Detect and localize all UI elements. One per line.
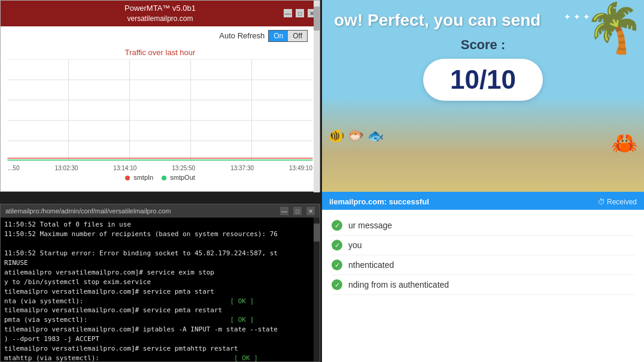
x-label-4: 13:37:30 <box>230 165 254 171</box>
toggle-on-button[interactable]: On <box>269 31 288 41</box>
window-scrollbar[interactable] <box>314 1 320 192</box>
chart-legend: smtpIn smtpOut <box>7 174 314 181</box>
terminal-line-9: tilemailpro versatilemailpro.com]# servi… <box>4 306 316 315</box>
x-label-0: ...50 <box>8 165 19 171</box>
chart-svg <box>7 59 314 161</box>
terminal-window: atilemailpro:/home/admin/conf/mail/versa… <box>0 204 320 362</box>
smtpin-dot <box>125 176 130 180</box>
legend-smtpout: smtpOut <box>162 174 195 181</box>
check-text-1: you <box>348 240 362 250</box>
terminal-line-12: ) --dport 1983 -j ACCEPT <box>4 334 316 344</box>
terminal-line-7: tilemailpro versatilemailpro.com]# servi… <box>4 287 316 297</box>
terminal-line-0: 11:50:52 Total of 0 files in use <box>4 220 316 230</box>
toggle-off-button[interactable]: Off <box>288 31 307 41</box>
game-panel: ✦ ✦ ✦ ow! Perfect, you can send Score : … <box>322 0 644 192</box>
scrollbar-thumb[interactable] <box>314 7 320 31</box>
powermta-titlebar: PowerMTA™ v5.0b1 versatilemailpro.com — … <box>1 1 320 26</box>
crab-icon: 🦀 <box>611 131 638 156</box>
fish-icon: 🐠 🐡 🐟 <box>328 128 384 144</box>
terminal-line-5: atilemailpro versatilemailpro.com]# serv… <box>4 268 316 277</box>
terminal-line-4: RINUSE <box>4 258 316 268</box>
autorefresh-label: Auto Refresh <box>219 31 265 40</box>
terminal-line-11: tilemailpro versatilemailpro.com]# iptab… <box>4 325 316 334</box>
check-icon-0: ✓ <box>332 220 342 231</box>
terminal-line-13: tilemailpro versatilemailpro.com]# servi… <box>4 344 316 354</box>
terminal-title: atilemailpro:/home/admin/conf/mail/versa… <box>5 207 171 215</box>
check-icon-2: ✓ <box>332 260 342 270</box>
powermta-window: PowerMTA™ v5.0b1 versatilemailpro.com — … <box>0 0 320 192</box>
terminal-line-2 <box>4 239 316 249</box>
autorefresh-toggle[interactable]: On Off <box>268 30 308 42</box>
ok-badge-2: [ OK ] <box>230 316 254 324</box>
terminal-line-6: y to /bin/systemctl stop exim.service <box>4 277 316 287</box>
autorefresh-bar: Auto Refresh On Off <box>1 26 320 44</box>
x-label-2: 13:14:10 <box>113 165 136 171</box>
legend-smtpin: smtpIn <box>125 174 153 181</box>
maximize-button[interactable]: □ <box>296 9 304 17</box>
email-panel: ilemailpro.com: successful ⏱ Received ✓ … <box>322 192 644 362</box>
terminal-scroll-thumb[interactable] <box>314 224 320 242</box>
terminal-line-14: mtahttp (via systemctl): [ OK ] <box>4 354 316 361</box>
received-label: ⏱ Received <box>598 198 637 206</box>
terminal-titlebar: atilemailpro:/home/admin/conf/mail/versa… <box>1 204 320 218</box>
minimize-button[interactable]: — <box>284 9 292 17</box>
email-check-item-0: ✓ ur message <box>332 216 634 236</box>
terminal-close[interactable]: ✕ <box>306 207 315 215</box>
email-check-item-2: ✓ nthenticated <box>332 255 634 275</box>
x-label-5: 13:49:10 <box>289 165 312 171</box>
check-text-3: nding from is authenticated <box>348 280 449 289</box>
terminal-line-1: 11:50:52 Maximum number of recipients (b… <box>4 230 316 239</box>
terminal-body: 11:50:52 Total of 0 files in use 11:50:5… <box>1 218 320 361</box>
check-icon-1: ✓ <box>332 240 342 251</box>
chart-container: Traffic over last hour ...50 13:02:30 13… <box>1 44 320 191</box>
palm-tree-icon: 🌴 <box>584 0 632 96</box>
status-success-text: ilemailpro.com: successful <box>329 197 429 206</box>
ok-badge-1: [ OK ] <box>230 297 254 305</box>
terminal-line-3: 11:50:52 Startup error: Error binding so… <box>4 249 316 258</box>
terminal-controls[interactable]: — □ ✕ <box>280 207 315 215</box>
check-text-0: ur message <box>348 221 392 230</box>
x-label-1: 13:02:30 <box>54 165 78 171</box>
score-bubble: 10/10 <box>423 59 543 101</box>
terminal-minimize[interactable]: — <box>280 207 288 215</box>
powermta-title: PowerMTA™ v5.0b1 <box>5 3 315 14</box>
powermta-subtitle: versatilemailpro.com <box>5 14 315 24</box>
terminal-line-8: nta (via systemctl): [ OK ] <box>4 297 316 306</box>
terminal-scrollbar[interactable] <box>314 218 320 361</box>
window-controls[interactable]: — □ ✕ <box>284 9 316 17</box>
smtpout-dot <box>162 176 166 180</box>
chart-labels: ...50 13:02:30 13:14:10 13:25:50 13:37:3… <box>7 164 314 171</box>
terminal-line-10: pmta (via systemctl): [ OK ] <box>4 315 316 325</box>
email-check-item-3: ✓ nding from is authenticated <box>332 275 634 295</box>
ok-badge-3: [ OK ] <box>234 354 258 361</box>
chart-title: Traffic over last hour <box>7 48 314 57</box>
check-text-2: nthenticated <box>348 260 394 270</box>
email-check-item-1: ✓ you <box>332 236 634 255</box>
score-value: 10/10 <box>450 65 516 95</box>
x-label-3: 13:25:50 <box>172 165 195 171</box>
terminal-maximize[interactable]: □ <box>293 207 302 215</box>
check-icon-3: ✓ <box>332 279 342 290</box>
email-status-bar: ilemailpro.com: successful ⏱ Received <box>322 194 644 210</box>
